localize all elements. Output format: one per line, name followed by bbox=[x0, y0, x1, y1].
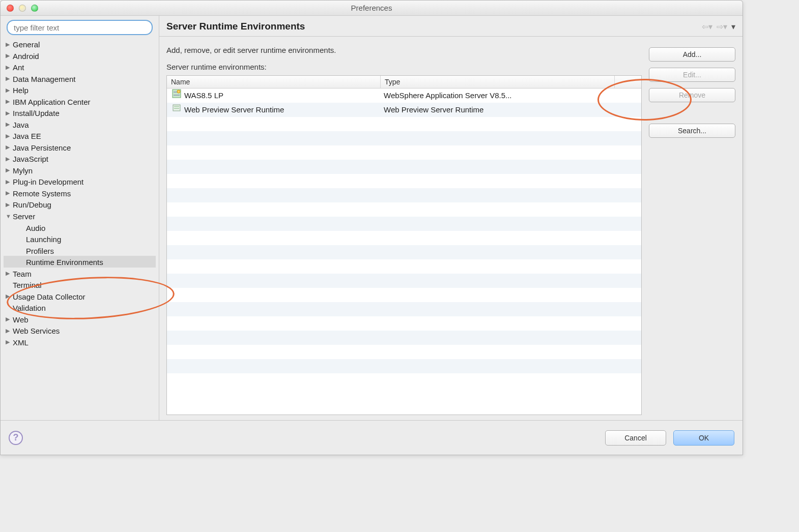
chevron-right-icon: ▶ bbox=[6, 293, 11, 300]
tree-item-label: Server bbox=[13, 212, 35, 221]
help-icon[interactable]: ? bbox=[9, 431, 23, 445]
server-icon bbox=[172, 88, 181, 103]
ok-button[interactable]: OK bbox=[673, 430, 734, 446]
tree-item[interactable]: ▶Team bbox=[4, 268, 156, 279]
tree-item[interactable]: ▶Web Services bbox=[4, 324, 156, 336]
filter-input[interactable] bbox=[7, 20, 153, 35]
tree-item[interactable]: ▶Remote Systems bbox=[4, 187, 156, 199]
tree-item-label: Validation bbox=[13, 304, 46, 312]
tree-item-label: Web Services bbox=[13, 327, 60, 335]
tree-item-label: Audio bbox=[26, 223, 45, 232]
back-icon[interactable]: ⇦▾ bbox=[702, 22, 712, 32]
table-row-empty bbox=[167, 331, 641, 345]
tree-item[interactable]: ▶Ant bbox=[4, 61, 156, 73]
chevron-right-icon: ▶ bbox=[6, 52, 11, 59]
page-title: Server Runtime Environments bbox=[166, 21, 305, 32]
runtime-table[interactable]: Name Type WAS8.5 LPWebSphere Application… bbox=[166, 75, 642, 415]
column-header-spare bbox=[615, 76, 641, 88]
tree-item-label: Data Management bbox=[13, 74, 75, 83]
tree-item[interactable]: ▶Java bbox=[4, 119, 156, 130]
tree-item[interactable]: Runtime Environments bbox=[4, 256, 156, 268]
tree-item-label: Mylyn bbox=[13, 166, 33, 174]
tree-item[interactable]: ▼Server bbox=[4, 210, 156, 222]
tree-item[interactable]: ▶XML bbox=[4, 336, 156, 348]
tree-item[interactable]: ▶Java Persistence bbox=[4, 141, 156, 153]
chevron-right-icon: ▶ bbox=[6, 110, 11, 116]
window-title: Preferences bbox=[1, 4, 743, 12]
tree-item[interactable]: ▶Help bbox=[4, 84, 156, 96]
tree-item[interactable]: ▶JavaScript bbox=[4, 153, 156, 164]
view-menu-icon[interactable]: ▾ bbox=[731, 22, 735, 32]
tree-item[interactable]: ▶Install/Update bbox=[4, 107, 156, 119]
chevron-right-icon: ▶ bbox=[6, 87, 11, 94]
table-row-empty bbox=[167, 231, 641, 245]
column-header-type[interactable]: Type bbox=[381, 76, 615, 88]
tree-item[interactable]: ▶Plug-in Development bbox=[4, 175, 156, 187]
chevron-right-icon: ▶ bbox=[6, 156, 11, 162]
cell-name: Web Preview Server Runtime bbox=[167, 103, 381, 117]
list-label: Server runtime environments: bbox=[166, 63, 642, 71]
chevron-right-icon: ▶ bbox=[6, 75, 11, 82]
cell-spare bbox=[615, 88, 641, 103]
tree-item-label: Java Persistence bbox=[13, 143, 71, 152]
tree-item[interactable]: ▶Usage Data Collector bbox=[4, 290, 156, 302]
search-button[interactable]: Search... bbox=[649, 124, 735, 138]
table-row[interactable]: WAS8.5 LPWebSphere Application Server V8… bbox=[167, 88, 641, 103]
edit-button[interactable]: Edit... bbox=[649, 68, 735, 82]
table-row-empty bbox=[167, 174, 641, 188]
chevron-right-icon: ▶ bbox=[6, 179, 11, 185]
tree-item[interactable]: Launching bbox=[4, 233, 156, 245]
preferences-tree-sidebar: ▶General▶Android▶Ant▶Data Management▶Hel… bbox=[1, 16, 159, 420]
cancel-button[interactable]: Cancel bbox=[605, 430, 666, 446]
tree-item-label: Team bbox=[13, 269, 32, 278]
row-name-label: WAS8.5 LP bbox=[184, 88, 223, 103]
tree-item[interactable]: Terminal bbox=[4, 279, 156, 290]
tree-item[interactable]: Validation bbox=[4, 302, 156, 313]
tree-item[interactable]: Audio bbox=[4, 222, 156, 233]
titlebar: Preferences bbox=[1, 1, 743, 16]
tree-item[interactable]: ▶IBM Application Center bbox=[4, 96, 156, 107]
table-row-empty bbox=[167, 259, 641, 274]
chevron-right-icon: ▶ bbox=[6, 64, 11, 71]
chevron-right-icon: ▶ bbox=[6, 316, 11, 322]
tree-item-label: Ant bbox=[13, 63, 24, 72]
svg-rect-4 bbox=[174, 108, 179, 109]
table-row-empty bbox=[167, 160, 641, 174]
chevron-right-icon: ▶ bbox=[6, 339, 11, 345]
forward-icon[interactable]: ⇨▾ bbox=[717, 22, 727, 32]
chevron-right-icon: ▶ bbox=[6, 167, 11, 173]
tree-item[interactable]: ▶Run/Debug bbox=[4, 198, 156, 210]
tree-item[interactable]: ▶Web bbox=[4, 313, 156, 325]
table-row-empty bbox=[167, 288, 641, 302]
page-description: Add, remove, or edit server runtime envi… bbox=[166, 46, 642, 54]
table-row-empty bbox=[167, 274, 641, 288]
table-row-empty bbox=[167, 359, 641, 373]
table-row-empty bbox=[167, 302, 641, 316]
tree-item[interactable]: ▶Mylyn bbox=[4, 164, 156, 176]
table-row-empty bbox=[167, 217, 641, 231]
table-row-empty bbox=[167, 145, 641, 160]
remove-button[interactable]: Remove bbox=[649, 88, 735, 102]
tree-item[interactable]: ▶Data Management bbox=[4, 73, 156, 84]
tree-item-label: Java EE bbox=[13, 132, 41, 140]
table-row-empty bbox=[167, 188, 641, 202]
tree-item[interactable]: ▶Java EE bbox=[4, 130, 156, 141]
server-icon bbox=[172, 103, 181, 117]
column-header-name[interactable]: Name bbox=[167, 76, 381, 88]
tree-item-label: Web bbox=[13, 315, 28, 323]
tree-item-label: Install/Update bbox=[13, 109, 60, 117]
tree-item[interactable]: Profilers bbox=[4, 245, 156, 256]
tree-item-label: General bbox=[13, 40, 40, 49]
tree-item[interactable]: ▶Android bbox=[4, 50, 156, 62]
add-button[interactable]: Add... bbox=[649, 47, 735, 62]
tree-item-label: Plug-in Development bbox=[13, 178, 83, 186]
table-row-empty bbox=[167, 245, 641, 259]
chevron-right-icon: ▶ bbox=[6, 41, 11, 48]
chevron-right-icon: ▶ bbox=[6, 133, 11, 139]
svg-rect-3 bbox=[174, 106, 179, 107]
tree-item[interactable]: ▶General bbox=[4, 38, 156, 50]
tree-item-label: Runtime Environments bbox=[26, 258, 103, 267]
table-row[interactable]: Web Preview Server RuntimeWeb Preview Se… bbox=[167, 103, 641, 117]
chevron-right-icon: ▶ bbox=[6, 328, 11, 334]
tree-item-label: Usage Data Collector bbox=[13, 292, 85, 301]
